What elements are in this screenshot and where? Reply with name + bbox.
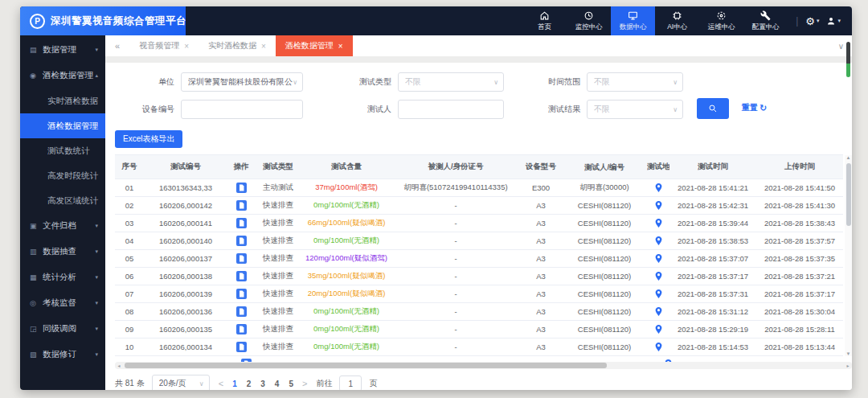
cell-index: 03 — [115, 215, 144, 232]
table-row[interactable]: 01 1630136343,33 主动测试 37mg/100ml(酒驾) 胡明喜… — [115, 179, 843, 197]
scroll-up-icon[interactable]: ▲ — [845, 155, 852, 160]
operation-detail-icon[interactable] — [236, 218, 247, 228]
goto-page-input[interactable] — [339, 375, 362, 390]
nav-item-data-center[interactable]: 数据中心 — [611, 6, 655, 35]
user-account-dropdown[interactable]: ▾ — [826, 16, 841, 26]
tab-alcohol-data-mgmt[interactable]: 酒检数据管理 × — [276, 35, 353, 56]
table-row[interactable]: 04 160206,000140 快速排查 0mg/100ml(无酒精) - A… — [115, 232, 843, 250]
nav-item-ai-center[interactable]: AI中心 — [655, 6, 699, 35]
scroll-right-icon[interactable]: ▸ — [844, 362, 852, 369]
cell-test-content: 120mg/100ml(疑似酒驾) — [301, 250, 391, 268]
tab-video-audio-mgmt[interactable]: 视音频管理 × — [129, 35, 199, 56]
scroll-down-icon[interactable]: ▼ — [845, 351, 852, 356]
page-number-button[interactable]: 3 — [260, 380, 265, 388]
table-vertical-scrollbar[interactable]: ▲ ▼ — [845, 155, 852, 356]
table-hscroll-thumb[interactable] — [125, 363, 607, 368]
cell-test-type: 快速排查 — [255, 215, 301, 232]
operation-detail-icon[interactable] — [236, 183, 247, 193]
nav-item-ops-center[interactable]: 运维中心 — [699, 6, 743, 35]
operation-detail-icon[interactable] — [236, 289, 247, 299]
sidebar-item[interactable]: 实时酒检数据 — [20, 88, 105, 113]
result-select[interactable]: 不限 ∨ — [587, 100, 683, 119]
operation-detail-icon[interactable] — [236, 324, 247, 334]
sidebar-item[interactable]: 测试数统计 — [20, 138, 105, 163]
page-number-button[interactable]: 2 — [247, 380, 252, 388]
device-no-input[interactable] — [181, 100, 303, 119]
table-row[interactable]: 02 160206,000142 快速排查 0mg/100ml(无酒精) - A… — [115, 197, 843, 215]
excel-export-button[interactable]: Excel表格导出 — [115, 130, 182, 148]
operation-detail-icon[interactable] — [236, 253, 247, 264]
nav-item-home[interactable]: 首页 — [522, 6, 567, 35]
scroll-left-icon[interactable]: ◂ — [115, 362, 123, 369]
sidebar-item[interactable]: ◲ 同级调阅 ▾ — [20, 316, 105, 342]
cell-tester: CESHI(081120) — [562, 321, 647, 339]
page-scrollbar[interactable] — [846, 42, 850, 77]
page-number-button[interactable]: 5 — [289, 380, 293, 388]
location-pin-icon[interactable] — [654, 289, 663, 299]
page-scrollbar-thumb[interactable] — [846, 42, 850, 64]
cell-test-type: 快速排查 — [255, 250, 301, 268]
sidebar-item[interactable]: 酒检数据管理 — [20, 113, 105, 138]
location-pin-icon[interactable] — [654, 200, 663, 211]
tabs-back-icon[interactable]: « — [115, 41, 120, 51]
nav-item-monitor-center[interactable]: 监控中心 — [567, 6, 611, 35]
sidebar-item[interactable]: ▤ 数据管理 ▾ — [20, 37, 105, 63]
tab-close-icon[interactable]: × — [184, 42, 189, 51]
time-range-select[interactable]: 不限 ∨ — [587, 72, 683, 92]
operation-detail-icon[interactable] — [236, 271, 247, 281]
unit-select[interactable]: 深圳警翼智能科技股份有限公司 ∨ — [181, 72, 303, 92]
cell-upload-time: 2021-08-28 15:37:57 — [756, 232, 843, 250]
table-row[interactable]: 09 160206,000135 快速排查 0mg/100ml(无酒精) - A… — [115, 321, 843, 339]
table-row[interactable]: 03 160206,000141 快速排查 66mg/100ml(疑似喝酒) -… — [115, 215, 843, 232]
location-pin-icon[interactable] — [654, 236, 663, 246]
sidebar-item[interactable]: ▥ 数据抽查 ▾ — [20, 239, 105, 265]
table-row[interactable]: 08 160206,000136 快速排查 0mg/100ml(无酒精) - A… — [115, 303, 843, 321]
tab-close-icon[interactable]: × — [261, 42, 266, 51]
sidebar-item[interactable]: ▧ 数据修订 ▾ — [20, 342, 105, 367]
operation-detail-icon[interactable] — [236, 342, 247, 352]
operation-detail-icon[interactable] — [236, 200, 247, 211]
table-row[interactable]: 05 160206,000137 快速排查 120mg/100ml(疑似酒驾) … — [115, 250, 843, 268]
page-size-select[interactable]: 20条/页 ∨ — [152, 375, 210, 390]
topbar-right-controls: | ⚙▾ ▾ — [788, 6, 852, 35]
sidebar-item[interactable]: 高发区域统计 — [20, 188, 105, 213]
cell-index: 08 — [115, 303, 144, 321]
operation-detail-icon[interactable] — [236, 306, 247, 317]
table-horizontal-scrollbar[interactable]: ◂ ▸ — [115, 362, 852, 369]
data-center-icon — [628, 10, 638, 21]
search-button[interactable] — [697, 98, 729, 119]
cell-test-time: 2021-08-28 15:31:12 — [669, 303, 756, 321]
operation-detail-icon[interactable] — [236, 236, 247, 246]
location-pin-icon[interactable] — [654, 324, 663, 334]
app-window: P 深圳警翼视音频综合管理平台 首页 监控中心 数据中心 AI中心 运维 — [20, 6, 852, 390]
table-row[interactable]: 06 160206,000138 快速排查 35mg/100ml(疑似喝酒) -… — [115, 268, 843, 285]
location-pin-icon[interactable] — [654, 342, 663, 352]
sidebar-item[interactable]: 高发时段统计 — [20, 163, 105, 188]
table-row[interactable]: 10 160206,000134 快速排查 0mg/100ml(无酒精) - A… — [115, 339, 843, 356]
page-number-button[interactable]: 1 — [232, 380, 237, 388]
tester-input[interactable] — [398, 100, 504, 119]
location-pin-icon[interactable] — [654, 183, 663, 193]
location-pin-icon[interactable] — [654, 306, 663, 317]
page-number-button[interactable]: 4 — [275, 380, 280, 388]
sidebar-item[interactable]: ▣ 文件归档 ▾ — [20, 213, 105, 239]
reset-link[interactable]: 重置 ↻ — [742, 102, 767, 113]
tabbar-collapse-icon[interactable]: ∨ — [838, 42, 844, 51]
test-type-select[interactable]: 不限 ∨ — [398, 72, 504, 92]
sidebar-item-icon: ◲ — [30, 325, 43, 333]
location-pin-icon[interactable] — [654, 271, 663, 281]
tab-close-icon[interactable]: × — [338, 42, 343, 51]
nav-item-config-center[interactable]: 配置中心 — [743, 6, 788, 35]
prev-page-icon[interactable]: < — [217, 379, 225, 388]
next-page-icon[interactable]: > — [301, 379, 309, 388]
tab-realtime-alcohol-data[interactable]: 实时酒检数据 × — [199, 35, 276, 56]
sidebar-item[interactable]: ◎ 考核监督 ▾ — [20, 290, 105, 316]
table-row[interactable]: 07 160206,000139 快速排查 20mg/100ml(疑似喝酒) -… — [115, 285, 843, 303]
table-vscroll-thumb[interactable] — [846, 163, 851, 226]
location-pin-icon[interactable] — [654, 218, 663, 228]
sidebar-item[interactable]: ◉ 酒检数据管理 ▴ — [20, 63, 105, 88]
cell-device-model: A3 — [520, 197, 562, 215]
sidebar-item[interactable]: ▦ 统计分析 ▾ — [20, 265, 105, 290]
location-pin-icon[interactable] — [654, 253, 663, 264]
settings-gear-dropdown[interactable]: ⚙▾ — [805, 15, 819, 27]
